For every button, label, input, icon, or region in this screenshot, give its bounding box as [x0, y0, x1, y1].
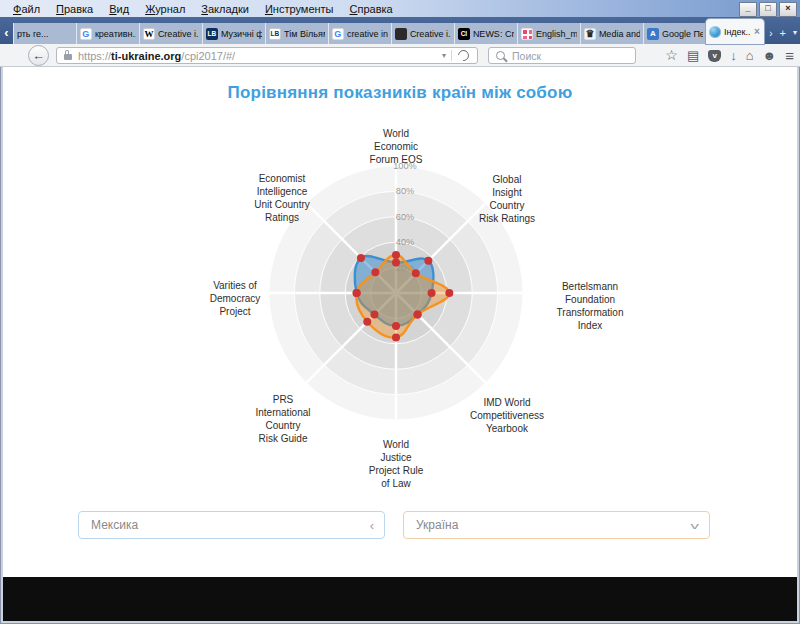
country-select-left[interactable]: Мексика ‹	[78, 511, 385, 539]
dark-favicon-icon	[395, 28, 407, 40]
close-button[interactable]: ×	[779, 2, 797, 17]
tab-9[interactable]: ♛Media and...	[580, 23, 643, 44]
tab-10[interactable]: AGoogle Пе...	[643, 23, 706, 44]
page-viewport: Порівняння показників країн між собою 10…	[3, 67, 797, 621]
tab-0[interactable]: рть ге...	[13, 23, 76, 44]
svg-text:IMD WorldCompetitivenessYearbo: IMD WorldCompetitivenessYearbook	[470, 397, 544, 434]
translate-favicon-icon: A	[647, 28, 659, 40]
svg-text:WorldJusticeProject Ruleof Law: WorldJusticeProject Ruleof Law	[369, 439, 424, 489]
tab-label: Музичні ф...	[221, 29, 262, 39]
tab-label: Media and...	[599, 29, 640, 39]
svg-text:100%: 100%	[393, 161, 417, 171]
page-title: Порівняння показників країн між собою	[3, 83, 797, 103]
country-selects-row: Мексика ‹ Україна v	[3, 511, 797, 539]
tab-label: креативн...	[95, 29, 136, 39]
menu-item-1[interactable]: Правка	[49, 2, 100, 16]
radar-chart: 100%80%60%40%20%WorldEconomicForum EOSGl…	[3, 67, 797, 577]
lb-dark-favicon-icon: LB	[206, 28, 218, 40]
page-footer	[3, 577, 797, 621]
wikipedia-favicon-icon: W	[143, 28, 155, 40]
library-icon[interactable]: ▤	[687, 49, 699, 62]
search-input[interactable]	[510, 49, 635, 63]
tab-5[interactable]: Gcreative in...	[328, 23, 391, 44]
chevron-left-icon: ‹	[370, 518, 384, 533]
svg-text:40%: 40%	[396, 237, 414, 247]
close-tab-icon[interactable]: ×	[753, 26, 761, 37]
tab-label: рть ге...	[17, 29, 73, 39]
tab-4[interactable]: LBТім Вільям...	[265, 23, 328, 44]
tab-label: creative in...	[347, 29, 388, 39]
country-select-left-value: Мексика	[79, 518, 370, 532]
pink-grid-favicon-icon	[521, 28, 533, 40]
lock-icon	[64, 54, 72, 60]
url-bar[interactable]: https://ti-ukraine.org/cpi2017/#/ ▾	[56, 47, 478, 64]
menu-item-0[interactable]: Файл	[6, 2, 47, 16]
download-icon[interactable]: ↓	[730, 49, 737, 62]
menu-item-6[interactable]: Справка	[343, 2, 400, 16]
menu-item-4[interactable]: Закладки	[194, 2, 256, 16]
tab-list-dropdown-icon[interactable]: ▾	[790, 28, 800, 37]
chevron-down-icon: v	[690, 520, 711, 531]
tab-label: NEWS: Cr...	[473, 29, 514, 39]
tab-7[interactable]: CINEWS: Cr...	[454, 23, 517, 44]
tabs-container: рть ге...Gкреативн...WCreative i...LBМуз…	[13, 15, 764, 44]
google-favicon-icon: G	[332, 28, 344, 40]
search-box	[488, 47, 636, 64]
svg-text:WorldEconomicForum EOS: WorldEconomicForum EOS	[370, 128, 423, 165]
crown-favicon-icon: ♛	[584, 28, 596, 40]
svg-text:80%: 80%	[396, 186, 414, 196]
radar-series-1	[356, 255, 449, 338]
menu-icon[interactable]: ≡	[785, 49, 794, 62]
reload-icon[interactable]	[456, 48, 471, 63]
country-select-right-value: Україна	[404, 518, 693, 532]
svg-text:EconomistIntelligenceUnit Coun: EconomistIntelligenceUnit CountryRatings	[254, 173, 310, 223]
browser-window: ФайлПравкаВидЖурналЗакладкиИнструментыСп…	[0, 0, 800, 624]
globe-favicon-icon	[709, 26, 721, 38]
svg-text:BertelsmannFoundationTransform: BertelsmannFoundationTransformationIndex	[557, 281, 624, 331]
svg-text:20%: 20%	[396, 263, 414, 273]
radar-series-0	[355, 256, 434, 326]
star-icon[interactable]: ☆	[665, 49, 678, 62]
search-icon	[496, 51, 505, 60]
tab-label: Creative i...	[410, 29, 451, 39]
tab-label: English_m...	[536, 29, 577, 39]
tab-scroll-right-icon[interactable]: ›	[766, 27, 776, 39]
tab-label: Індек...	[724, 27, 750, 37]
chat-icon[interactable]: ☻	[763, 49, 777, 62]
tab-2[interactable]: WCreative i...	[139, 23, 202, 44]
tab-label: Тім Вільям...	[284, 29, 325, 39]
menu-item-3[interactable]: Журнал	[138, 2, 192, 16]
country-select-right[interactable]: Україна v	[403, 511, 710, 539]
tab-1[interactable]: Gкреативн...	[76, 23, 139, 44]
tab-label: Creative i...	[158, 29, 199, 39]
svg-text:PRSInternationalCountryRisk Gu: PRSInternationalCountryRisk Guide	[255, 394, 310, 444]
menu-bar: ФайлПравкаВидЖурналЗакладкиИнструментыСп…	[0, 2, 400, 16]
tab-controls: › + ▾	[764, 21, 800, 44]
home-icon[interactable]: ⌂	[746, 49, 754, 62]
tab-11-active[interactable]: Індек...×	[706, 19, 764, 44]
tab-6[interactable]: Creative i...	[391, 23, 454, 44]
pocket-icon[interactable]: v	[708, 50, 721, 62]
url-scheme: https://	[78, 50, 111, 62]
google-favicon-icon: G	[80, 28, 92, 40]
lb-light-favicon-icon: LB	[269, 28, 281, 40]
svg-text:Varities ofDemocracyProject: Varities ofDemocracyProject	[210, 280, 261, 317]
menu-item-5[interactable]: Инструменты	[258, 2, 341, 16]
tab-8[interactable]: English_m...	[517, 23, 580, 44]
svg-text:60%: 60%	[396, 212, 414, 222]
tab-label: Google Пе...	[662, 29, 703, 39]
url-path: /cpi2017/#/	[181, 50, 235, 62]
url-host: ti-ukraine.org	[111, 50, 181, 62]
svg-text:GlobalInsightCountryRisk Ratin: GlobalInsightCountryRisk Ratings	[479, 174, 535, 224]
tab-scroll-left-icon[interactable]: ‹	[0, 21, 13, 44]
back-button[interactable]: ←	[28, 45, 49, 66]
new-tab-button[interactable]: +	[777, 27, 789, 39]
urlbar-right: ▾	[437, 48, 477, 63]
menu-item-2[interactable]: Вид	[102, 2, 136, 16]
tab-strip: ‹ рть ге...Gкреативн...WCreative i...LBМ…	[0, 17, 800, 44]
tab-3[interactable]: LBМузичні ф...	[202, 23, 265, 44]
url-dropdown-icon[interactable]: ▾	[437, 50, 452, 61]
toolbar-icons: ☆▤v↓⌂☻≡	[665, 44, 794, 67]
ci-favicon-icon: CI	[458, 28, 470, 40]
navigation-toolbar: ← https://ti-ukraine.org/cpi2017/#/ ▾ ☆▤…	[0, 44, 800, 67]
